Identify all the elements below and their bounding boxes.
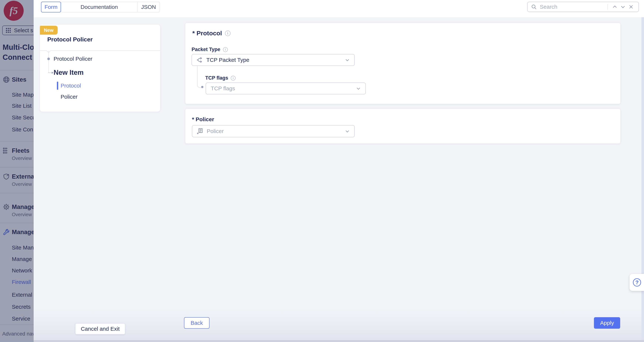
nested-field-dot [201, 86, 204, 88]
left-nav-sidebar: f5 Select s Multi-Clou Connect [0, 0, 34, 342]
policer-section-heading: * Policer [192, 116, 214, 122]
divider [608, 4, 608, 10]
tree-item-protocol[interactable]: Protocol [60, 81, 81, 90]
search-close-button[interactable] [627, 3, 635, 11]
wizard-tree-card: New Protocol Policer Protocol Policer Ne… [40, 25, 160, 112]
wizard-title: Protocol Policer [47, 36, 92, 43]
packet-type-value: TCP Packet Type [206, 57, 249, 63]
packet-type-select[interactable]: TCP Packet Type [192, 54, 355, 66]
tcp-flags-label: TCP flags i [205, 75, 236, 81]
tab-group: Documentation JSON [61, 2, 160, 13]
info-icon[interactable]: i [223, 47, 228, 52]
chevron-down-icon [344, 57, 350, 63]
vertical-scrollbar[interactable] [642, 17, 644, 342]
policer-select[interactable]: Policer [192, 125, 355, 137]
info-icon[interactable]: i [225, 31, 230, 36]
tree-item-policer[interactable]: Policer [60, 92, 78, 102]
divider [40, 50, 160, 51]
modal-panel: Form Documentation JSON [34, 0, 644, 342]
cancel-and-exit-button[interactable]: Cancel and Exit [75, 323, 125, 334]
search-bar [527, 2, 639, 12]
tab-documentation[interactable]: Documentation [61, 2, 137, 12]
chevron-down-icon [620, 4, 626, 10]
info-icon[interactable]: i [231, 76, 236, 81]
packet-type-label: Packet Type i [192, 47, 228, 52]
tree-branch-arrow-icon [48, 71, 54, 75]
tree-node-dot [47, 58, 50, 60]
tab-json[interactable]: JSON [137, 2, 160, 12]
tcp-flags-placeholder: TCP flags [211, 85, 235, 92]
modal-dim-overlay [0, 0, 34, 342]
tree-item-new-item[interactable]: New Item [54, 68, 84, 78]
tcp-flags-select[interactable]: TCP flags [206, 83, 366, 94]
protocol-section-heading: * Protocol i [192, 30, 230, 37]
new-badge: New [40, 26, 58, 35]
policer-list-icon [196, 127, 204, 135]
branch-icon [196, 56, 204, 64]
horizontal-scrollbar[interactable] [34, 340, 644, 342]
help-button[interactable]: ? [630, 274, 644, 291]
nested-field-connector [197, 66, 202, 88]
policer-placeholder: Policer [207, 128, 224, 134]
tree-item-protocol-policer[interactable]: Protocol Policer [54, 54, 92, 64]
policer-section-card: * Policer Policer [185, 109, 620, 144]
apply-button[interactable]: Apply [594, 317, 620, 329]
search-next-button[interactable] [619, 3, 627, 11]
search-icon [531, 4, 537, 10]
sidebar-bottom-scrollbar[interactable] [0, 340, 34, 342]
search-prev-button[interactable] [611, 3, 619, 11]
screen: f5 Select s Multi-Clou Connect [0, 0, 644, 342]
question-mark-icon: ? [633, 278, 641, 286]
modal-header: Form Documentation JSON [34, 0, 644, 17]
tab-form[interactable]: Form [41, 2, 61, 13]
chevron-down-icon [344, 128, 350, 134]
tree-active-indicator [57, 82, 58, 90]
search-input[interactable] [540, 4, 604, 10]
chevron-up-icon [612, 4, 618, 10]
close-icon [628, 4, 634, 10]
tree-connector-line [48, 51, 49, 73]
back-button[interactable]: Back [184, 317, 210, 329]
chevron-down-icon [356, 86, 361, 91]
protocol-section-card: * Protocol i Packet Type i TCP Packet Ty… [185, 23, 620, 104]
